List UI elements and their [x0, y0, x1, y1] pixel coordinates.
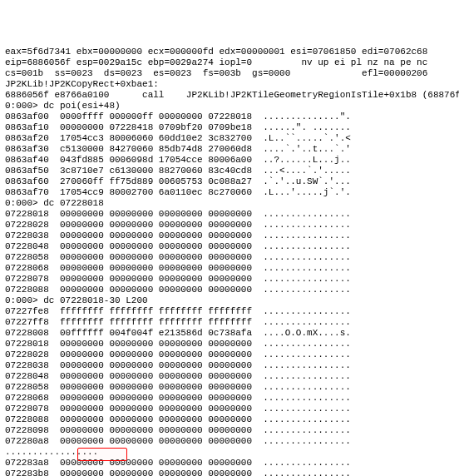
dump-line: 072283a8 00000000 00000000 00000000 0000… — [5, 458, 454, 469]
registers-line: cs=001b ss=0023 ds=0023 es=0023 fs=003b … — [5, 68, 454, 79]
dump-line: 07228038 00000000 00000000 00000000 0000… — [5, 231, 454, 241]
dump-line: 0863af40 043fd885 0006098d 17054cce 8000… — [5, 155, 454, 166]
dump-line: 07228048 00000000 00000000 00000000 0000… — [5, 241, 454, 252]
dump-line: 07227ff8 ffffffff ffffffff ffffffff ffff… — [5, 317, 454, 328]
dump-line: 0863af60 270060ff ff75d889 00605753 0c08… — [5, 176, 454, 187]
dump-line: 07228038 00000000 00000000 00000000 0000… — [5, 360, 454, 371]
ellipsis-line: ................. — [5, 447, 454, 458]
dump-line: 07228068 00000000 00000000 00000000 0000… — [5, 263, 454, 274]
dump-line: 07228018 00000000 00000000 00000000 0000… — [5, 209, 454, 220]
dump-line: 0863af20 17054cc3 80006060 60dd10e2 3c83… — [5, 133, 454, 144]
dump-line: 07228008 00ffffff 004f004f e213586d 0c73… — [5, 328, 454, 339]
dump-line: 07228078 00000000 00000000 00000000 0000… — [5, 274, 454, 285]
dump-line: 07228018 00000000 00000000 00000000 0000… — [5, 339, 454, 350]
dump-line: 07228068 00000000 00000000 00000000 0000… — [5, 393, 454, 404]
dump-line: 07228058 00000000 00000000 00000000 0000… — [5, 252, 454, 263]
dump-line: 07228028 00000000 00000000 00000000 0000… — [5, 350, 454, 360]
dump-line: 07228058 00000000 00000000 00000000 0000… — [5, 382, 454, 393]
dump-line: 072280a8 00000000 00000000 00000000 0000… — [5, 436, 454, 447]
dump-line: 07228088 00000000 00000000 00000000 0000… — [5, 414, 454, 425]
dump-line: 07227fe8 ffffffff ffffffff ffffffff ffff… — [5, 306, 454, 317]
dump-line: 0863af70 17054cc9 80002700 6a0110ec 8c27… — [5, 187, 454, 198]
registers-line: eip=6886056f esp=0029a15c ebp=0029a274 i… — [5, 57, 454, 68]
call-line: 6886056f e8766a0100 call JP2KLib!JP2KTil… — [5, 90, 454, 101]
dump-line: 07228098 00000000 00000000 00000000 0000… — [5, 425, 454, 436]
dump-line: 0863af00 0000ffff 000000ff 00000000 0722… — [5, 112, 454, 122]
dump-line: 072283b8 00000000 00000000 00000000 0000… — [5, 469, 454, 476]
dump-line: 07228028 00000000 00000000 00000000 0000… — [5, 220, 454, 231]
dump-line: 07228048 00000000 00000000 00000000 0000… — [5, 371, 454, 382]
dump-line: 0863af30 c5130000 84270060 85db74d8 2700… — [5, 144, 454, 155]
dump-line: 07228078 00000000 00000000 00000000 0000… — [5, 404, 454, 414]
dump-line: 0863af10 00000000 07228418 0709bf20 0709… — [5, 122, 454, 133]
prompt-line: 0:000> dc 07228018 — [5, 198, 454, 209]
debugger-dump: eax=5f6d7341 ebx=00000000 ecx=000000fd e… — [5, 47, 454, 476]
prompt-line: 0:000> dc poi(esi+48) — [5, 101, 454, 112]
registers-line: eax=5f6d7341 ebx=00000000 ecx=000000fd e… — [5, 47, 454, 57]
dump-line: 07228088 00000000 00000000 00000000 0000… — [5, 285, 454, 295]
function-name: JP2KLib!JP2KCopyRect+0xbae1: — [5, 79, 454, 90]
dump-line: 0863af50 3c8710e7 c6130000 88270060 83c4… — [5, 166, 454, 176]
prompt-line: 0:000> dc 07228018-30 L200 — [5, 295, 454, 306]
